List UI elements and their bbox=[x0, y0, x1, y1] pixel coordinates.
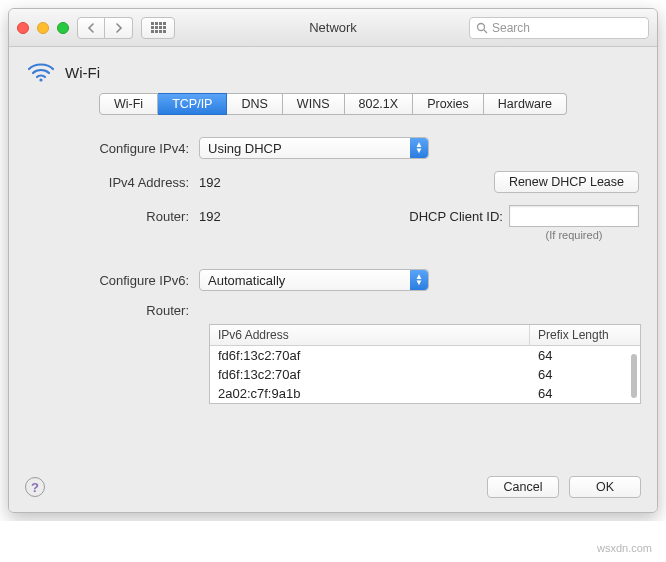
search-placeholder: Search bbox=[492, 21, 530, 35]
cell-address: fd6f:13c2:70af bbox=[210, 346, 530, 365]
show-all-button[interactable] bbox=[141, 17, 175, 39]
ipv4-address-value: 192 bbox=[199, 175, 221, 190]
ipv4-router-value: 192 bbox=[199, 209, 221, 224]
panel-body: Wi-Fi Wi-Fi TCP/IP DNS WINS 802.1X Proxi… bbox=[9, 47, 657, 466]
svg-point-2 bbox=[39, 78, 42, 81]
tab-tcpip[interactable]: TCP/IP bbox=[158, 93, 227, 115]
zoom-window-button[interactable] bbox=[57, 22, 69, 34]
search-icon bbox=[476, 22, 488, 34]
cell-address: fd6f:13c2:70af bbox=[210, 365, 530, 384]
ipv6-router-label: Router: bbox=[27, 303, 199, 318]
configure-ipv4-select[interactable]: Using DHCP ▲▼ bbox=[199, 137, 429, 159]
configure-ipv4-label: Configure IPv4: bbox=[27, 141, 199, 156]
table-row[interactable]: 2a02:c7f:9a1b 64 bbox=[210, 384, 640, 403]
nav-back-forward bbox=[77, 17, 133, 39]
tab-hardware[interactable]: Hardware bbox=[484, 93, 567, 115]
forward-button[interactable] bbox=[105, 17, 133, 39]
dialog-footer: ? Cancel OK bbox=[9, 466, 657, 512]
cancel-button[interactable]: Cancel bbox=[487, 476, 559, 498]
help-button[interactable]: ? bbox=[25, 477, 45, 497]
table-row[interactable]: fd6f:13c2:70af 64 bbox=[210, 365, 640, 384]
tab-wins[interactable]: WINS bbox=[283, 93, 345, 115]
tab-dns[interactable]: DNS bbox=[227, 93, 282, 115]
chevron-left-icon bbox=[87, 23, 95, 33]
ipv4-router-label: Router: bbox=[27, 209, 199, 224]
ok-button[interactable]: OK bbox=[569, 476, 641, 498]
tab-wifi[interactable]: Wi-Fi bbox=[99, 93, 158, 115]
wifi-icon bbox=[27, 61, 55, 83]
back-button[interactable] bbox=[77, 17, 105, 39]
close-window-button[interactable] bbox=[17, 22, 29, 34]
search-field[interactable]: Search bbox=[469, 17, 649, 39]
tab-bar: Wi-Fi TCP/IP DNS WINS 802.1X Proxies Har… bbox=[27, 93, 639, 115]
ipv4-address-label: IPv4 Address: bbox=[27, 175, 199, 190]
configure-ipv6-select[interactable]: Automatically ▲▼ bbox=[199, 269, 429, 291]
minimize-window-button[interactable] bbox=[37, 22, 49, 34]
configure-ipv6-value: Automatically bbox=[208, 273, 285, 288]
svg-line-1 bbox=[484, 30, 487, 33]
tab-proxies[interactable]: Proxies bbox=[413, 93, 484, 115]
table-header: IPv6 Address Prefix Length bbox=[210, 325, 640, 346]
updown-arrows-icon: ▲▼ bbox=[410, 270, 428, 290]
cell-prefix: 64 bbox=[530, 346, 640, 365]
preferences-window: Network Search Wi-Fi Wi-Fi TCP/IP DNS WI… bbox=[8, 8, 658, 513]
interface-name: Wi-Fi bbox=[65, 64, 100, 81]
table-row[interactable]: fd6f:13c2:70af 64 bbox=[210, 346, 640, 365]
dhcp-client-id-hint: (If required) bbox=[509, 229, 639, 241]
cell-prefix: 64 bbox=[530, 365, 640, 384]
col-ipv6-address[interactable]: IPv6 Address bbox=[210, 325, 530, 345]
updown-arrows-icon: ▲▼ bbox=[410, 138, 428, 158]
renew-dhcp-button[interactable]: Renew DHCP Lease bbox=[494, 171, 639, 193]
tab-8021x[interactable]: 802.1X bbox=[345, 93, 414, 115]
configure-ipv6-label: Configure IPv6: bbox=[27, 273, 199, 288]
col-prefix-length[interactable]: Prefix Length bbox=[530, 325, 640, 345]
interface-header: Wi-Fi bbox=[27, 61, 639, 83]
titlebar: Network Search bbox=[9, 9, 657, 47]
configure-ipv4-value: Using DHCP bbox=[208, 141, 282, 156]
grid-icon bbox=[151, 22, 166, 33]
scrollbar[interactable] bbox=[631, 354, 637, 398]
dhcp-client-id-label: DHCP Client ID: bbox=[409, 209, 509, 224]
chevron-right-icon bbox=[115, 23, 123, 33]
cell-address: 2a02:c7f:9a1b bbox=[210, 384, 530, 403]
ipv6-address-table: IPv6 Address Prefix Length fd6f:13c2:70a… bbox=[209, 324, 639, 404]
cell-prefix: 64 bbox=[530, 384, 640, 403]
dhcp-client-id-input[interactable] bbox=[509, 205, 639, 227]
svg-point-0 bbox=[478, 23, 485, 30]
window-controls bbox=[17, 22, 69, 34]
